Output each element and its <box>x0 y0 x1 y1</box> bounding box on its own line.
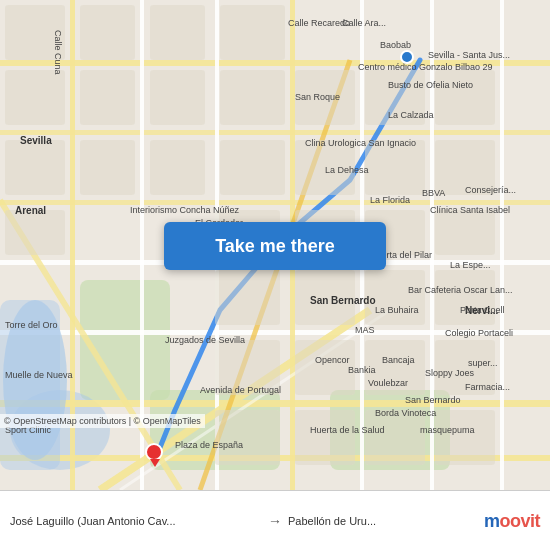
attribution: © OpenStreetMap contributors | © OpenMap… <box>0 414 205 428</box>
end-marker <box>145 443 165 467</box>
route-arrow: → <box>268 513 282 529</box>
take-me-there-button[interactable]: Take me there <box>164 222 386 270</box>
bottom-bar: José Laguillo (Juan Antonio Cav... → Pab… <box>0 490 550 550</box>
route-info: José Laguillo (Juan Antonio Cav... → Pab… <box>10 513 540 529</box>
moovit-logo: moovit <box>484 511 540 532</box>
moovit-logo-m: m <box>484 511 500 531</box>
start-marker <box>400 50 414 64</box>
moovit-logo-text: oovit <box>500 511 541 531</box>
red-pin-tail <box>150 459 160 467</box>
route-from: José Laguillo (Juan Antonio Cav... <box>10 515 262 527</box>
